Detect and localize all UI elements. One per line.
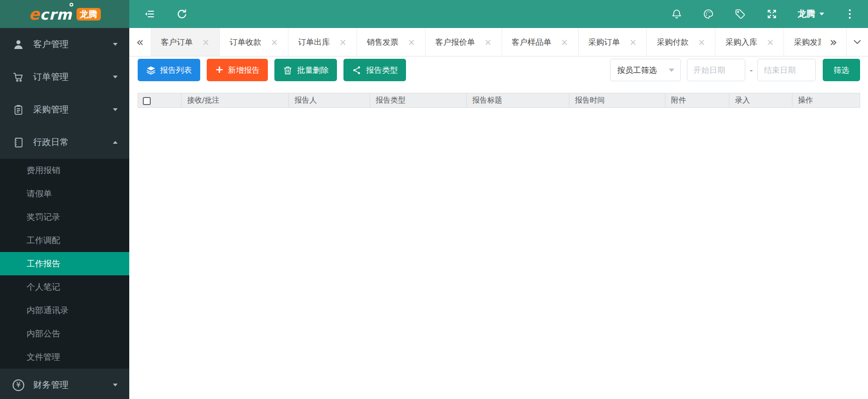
tabs-dropdown-chevron-icon[interactable] [846,28,868,56]
tab-label: 采购发票 [794,37,821,48]
submenu-item-label: 奖罚记录 [27,211,60,223]
sidebar-item-admin-daily[interactable]: 行政日常 [0,126,129,159]
sidebar-item-label: 财务管理 [33,379,69,391]
tab-purchase-inbound[interactable]: 采购入库× [715,28,784,56]
tab-purchase-payment[interactable]: 采购付款× [647,28,715,56]
brand-logo: ecrm [28,6,72,22]
tab-label: 客户样品单 [512,37,552,48]
submenu-item-work-report-active[interactable]: 工作报告 [0,252,129,275]
tab-purchase-invoice[interactable]: 采购发票× [784,28,821,56]
tab-purchase-order[interactable]: 采购订单× [579,28,647,56]
main-panel: « 客户订单× 订单收款× 订单出库× 销售发票× 客户报价单× 客户样品单× … [129,28,868,399]
close-icon[interactable]: × [339,38,347,47]
brand-badge: 龙腾 [77,8,101,21]
sidebar-item-purchase-management[interactable]: 采购管理 [0,93,129,126]
add-report-button[interactable]: + 新增报告 [207,59,268,81]
column-header: 报告时间 [569,93,665,108]
filter-controls: 按员工筛选 - 筛选 [610,59,860,81]
submenu-item-reward-punishment[interactable]: 奖罚记录 [0,205,129,229]
table-header-row: 接收/批注 报告人 报告类型 报告标题 报告时间 附件 录入 操作 [138,93,860,108]
tab-order-outbound[interactable]: 订单出库× [288,28,357,56]
close-icon[interactable]: × [630,38,637,47]
tab-customer-quotation[interactable]: 客户报价单× [426,28,502,56]
body-row: 客户管理 订单管理 采购管理 [0,28,868,399]
sidebar-item-label: 订单管理 [33,71,69,83]
chevron-down-icon [819,13,824,18]
tab-label: 采购付款 [657,37,688,48]
top-header-bar: ecrm 龙腾 [0,0,868,28]
tab-order-receipt[interactable]: 订单收款× [220,28,288,56]
sidebar-item-order-management[interactable]: 订单管理 [0,61,129,93]
button-label: 新增报告 [228,65,259,76]
batch-delete-button[interactable]: 批量删除 [274,59,337,81]
submenu-item-internal-announcement[interactable]: 内部公告 [0,322,129,345]
sidebar-navigation: 客户管理 订单管理 采购管理 [0,28,129,399]
column-header: 报告人 [289,93,370,108]
user-menu[interactable]: 龙腾 [798,8,824,20]
tab-label: 销售发票 [367,37,399,48]
chevron-down-icon [113,108,118,113]
tab-sales-invoice[interactable]: 销售发票× [357,28,426,56]
button-label: 报告列表 [160,65,192,76]
close-icon[interactable]: × [408,38,415,47]
open-tabs-bar: « 客户订单× 订单收款× 订单出库× 销售发票× 客户报价单× 客户样品单× … [129,28,868,56]
sidebar-item-label: 客户管理 [33,38,69,50]
tabs-list: 客户订单× 订单收款× 订单出库× 销售发票× 客户报价单× 客户样品单× 采购… [151,28,821,56]
employee-filter-select[interactable]: 按员工筛选 [610,59,681,81]
chevron-down-icon [113,384,118,389]
layers-icon [146,65,156,75]
close-icon[interactable]: × [484,38,492,47]
logo-area: ecrm 龙腾 [0,0,129,28]
fullscreen-icon[interactable] [766,8,778,20]
date-range-separator: - [750,65,753,75]
close-icon[interactable]: × [202,38,210,47]
tab-customer-sample[interactable]: 客户样品单× [502,28,579,56]
clipboard-icon [13,104,27,116]
submenu-item-label: 工作调配 [27,235,60,246]
column-header: 附件 [665,93,729,108]
report-type-button[interactable]: 报告类型 [343,59,406,81]
tabs-scroll-left-icon[interactable]: « [129,28,151,56]
admin-daily-submenu: 费用报销 请假单 奖罚记录 工作调配 工作报告 个人笔记 内部通讯录 内部公告 … [0,159,129,369]
close-icon[interactable]: × [698,38,705,47]
button-label: 批量删除 [297,65,329,76]
header-right-icons: 龙腾 [671,8,856,20]
tabs-scroll-right-icon[interactable]: » [821,28,846,56]
sidebar-collapse-icon[interactable] [143,8,155,20]
button-label: 报告类型 [366,65,398,76]
tab-customer-order[interactable]: 客户订单× [151,28,220,56]
end-date-input[interactable] [757,59,816,81]
submenu-item-label: 请假单 [27,188,52,199]
submenu-item-file-management[interactable]: 文件管理 [0,345,129,369]
select-all-checkbox[interactable] [143,97,151,105]
close-icon[interactable]: × [271,38,278,47]
header-toolbar: 龙腾 [129,0,868,28]
refresh-icon[interactable] [176,8,188,20]
start-date-input[interactable] [687,59,745,81]
submenu-item-work-allocation[interactable]: 工作调配 [0,229,129,252]
tag-icon[interactable] [734,8,746,20]
chevron-up-icon [113,139,118,144]
brand-logo-e: e [28,5,40,23]
submenu-item-internal-directory[interactable]: 内部通讯录 [0,299,129,322]
share-icon [352,65,362,75]
header-left-icons [143,8,188,20]
close-icon[interactable]: × [561,38,568,47]
close-icon[interactable]: × [766,38,774,47]
trash-icon [283,65,293,75]
column-header: 报告标题 [467,93,569,108]
report-table: 接收/批注 报告人 报告类型 报告标题 报告时间 附件 录入 操作 [138,93,860,108]
submenu-item-leave-request[interactable]: 请假单 [0,182,129,205]
tab-label: 客户报价单 [435,37,475,48]
submenu-item-expense-reimbursement[interactable]: 费用报销 [0,159,129,182]
filter-button[interactable]: 筛选 [823,59,860,81]
chevron-down-icon [669,69,674,75]
sidebar-item-customer-management[interactable]: 客户管理 [0,28,129,61]
notifications-bell-icon[interactable] [671,8,683,20]
chevron-down-icon [113,76,118,81]
sidebar-item-finance-management[interactable]: ¥ 财务管理 [0,369,129,399]
more-options-icon[interactable] [844,8,856,20]
submenu-item-personal-notes[interactable]: 个人笔记 [0,275,129,299]
report-list-button[interactable]: 报告列表 [138,59,200,81]
theme-palette-icon[interactable] [702,8,714,20]
